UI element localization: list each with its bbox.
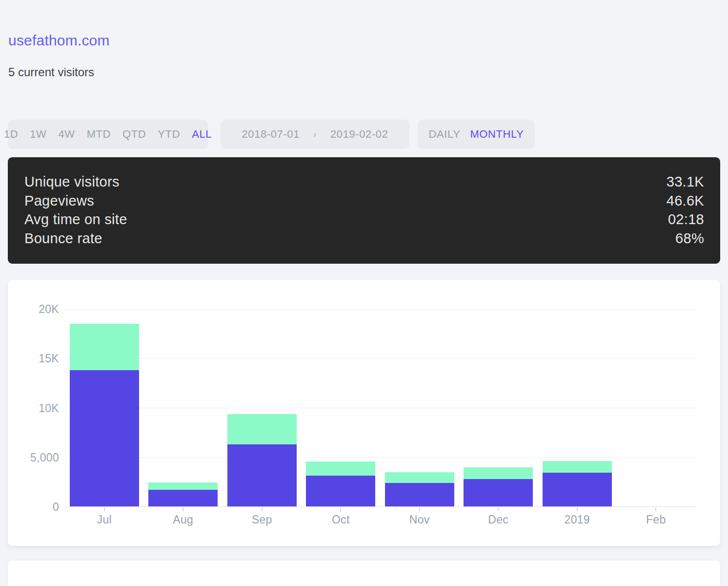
summary-stats-panel: Unique visitors 33.1K Pageviews 46.6K Av… bbox=[8, 157, 720, 264]
x-axis-tick-nov bbox=[419, 507, 420, 511]
visitors-segment-2019 bbox=[543, 473, 612, 506]
granularity-monthly[interactable]: MONTHLY bbox=[470, 128, 524, 141]
stacked-bar-sep[interactable] bbox=[227, 309, 297, 506]
site-title-link[interactable]: usefathom.com bbox=[8, 32, 110, 49]
stat-label: Unique visitors bbox=[24, 172, 120, 191]
range-qtd[interactable]: QTD bbox=[122, 128, 146, 141]
stacked-bar-2019[interactable] bbox=[543, 309, 612, 506]
y-tick-0: 0 bbox=[53, 501, 59, 514]
y-axis-labels: 20K 15K 10K 5,000 0 bbox=[8, 309, 59, 507]
pageviews-segment-aug bbox=[148, 482, 218, 490]
bar-slot-dec bbox=[459, 309, 538, 506]
x-axis-tick-oct bbox=[340, 507, 341, 511]
stacked-bar-oct[interactable] bbox=[306, 309, 375, 506]
x-axis-label-jul: Jul bbox=[65, 513, 144, 526]
date-start[interactable]: 2018-07-01 bbox=[242, 128, 300, 141]
pageviews-segment-sep bbox=[227, 414, 297, 444]
stat-value: 68% bbox=[675, 229, 704, 248]
chevron-right-icon: › bbox=[313, 129, 317, 140]
visitors-segment-jul bbox=[70, 370, 139, 506]
x-axis-tick-feb bbox=[655, 507, 656, 511]
y-tick-20k: 20K bbox=[39, 303, 59, 316]
x-axis-label-nov: Nov bbox=[380, 513, 459, 526]
x-axis-labels: JulAugSepOctNovDec2019Feb bbox=[65, 513, 695, 526]
x-axis-label-sep: Sep bbox=[222, 513, 302, 526]
bar-slot-2019 bbox=[538, 309, 617, 506]
x-axis-label-feb: Feb bbox=[617, 513, 696, 526]
visitors-segment-aug bbox=[148, 490, 218, 506]
controls-row: 1D 1W 4W MTD QTD YTD ALL 2018-07-01 › 20… bbox=[8, 120, 535, 149]
stacked-bar-nov[interactable] bbox=[385, 309, 454, 506]
stat-row-pageviews: Pageviews 46.6K bbox=[24, 191, 704, 210]
stat-row-bounce-rate: Bounce rate 68% bbox=[24, 229, 704, 248]
bar-slot-sep bbox=[222, 309, 302, 506]
x-axis-label-2019: 2019 bbox=[538, 513, 617, 526]
plot-bars bbox=[65, 309, 695, 506]
plot-grid bbox=[65, 309, 695, 507]
tick-slot-oct bbox=[302, 507, 381, 511]
y-tick-5k: 5,000 bbox=[30, 451, 59, 464]
range-4w[interactable]: 4W bbox=[58, 128, 75, 141]
date-end[interactable]: 2019-02-02 bbox=[330, 128, 388, 141]
date-range-picker[interactable]: 2018-07-01 › 2019-02-02 bbox=[221, 120, 409, 149]
range-ytd[interactable]: YTD bbox=[158, 128, 180, 141]
stat-value: 46.6K bbox=[667, 191, 704, 210]
stat-label: Avg time on site bbox=[24, 210, 127, 229]
x-axis-label-aug: Aug bbox=[144, 513, 223, 526]
visitors-segment-oct bbox=[306, 476, 375, 506]
bar-slot-nov bbox=[380, 309, 459, 506]
dashboard-page: usefathom.com 5 current visitors 1D 1W 4… bbox=[0, 0, 728, 586]
bar-slot-jul bbox=[65, 309, 144, 506]
stat-row-unique-visitors: Unique visitors 33.1K bbox=[24, 172, 704, 191]
range-mtd[interactable]: MTD bbox=[87, 128, 111, 141]
granularity-toggle: DAILY MONTHLY bbox=[418, 120, 535, 149]
stacked-bar-jul[interactable] bbox=[70, 309, 139, 506]
pageviews-segment-dec bbox=[464, 467, 533, 479]
range-button-group: 1D 1W 4W MTD QTD YTD ALL bbox=[8, 120, 208, 149]
current-visitors-text: 5 current visitors bbox=[8, 65, 94, 79]
range-1w[interactable]: 1W bbox=[30, 128, 46, 141]
stat-value: 33.1K bbox=[667, 172, 704, 191]
x-axis-label-oct: Oct bbox=[302, 513, 381, 526]
visitors-segment-sep bbox=[227, 444, 297, 506]
x-axis-label-dec: Dec bbox=[459, 513, 538, 526]
range-1d[interactable]: 1D bbox=[4, 128, 18, 141]
y-tick-10k: 10K bbox=[39, 401, 59, 415]
x-axis-tick-sep bbox=[262, 507, 263, 511]
x-axis-ticks bbox=[65, 507, 695, 511]
pageviews-segment-jul bbox=[70, 324, 139, 370]
stat-label: Bounce rate bbox=[24, 229, 102, 248]
visitors-segment-dec bbox=[464, 479, 533, 506]
tick-slot-nov bbox=[380, 507, 459, 511]
x-axis-tick-dec bbox=[498, 507, 499, 511]
stat-label: Pageviews bbox=[24, 191, 94, 210]
visitors-chart-card: 20K 15K 10K 5,000 0 JulAugSepOctNovDec20… bbox=[8, 280, 720, 546]
bar-slot-oct bbox=[302, 309, 381, 506]
tick-slot-2019 bbox=[538, 507, 617, 511]
tick-slot-jul bbox=[65, 507, 144, 511]
stacked-bar-aug[interactable] bbox=[148, 309, 218, 506]
bar-slot-aug bbox=[144, 309, 223, 506]
x-axis-tick-aug bbox=[182, 507, 183, 511]
tick-slot-aug bbox=[144, 507, 223, 511]
pageviews-segment-oct bbox=[306, 461, 375, 476]
x-axis-tick-jul bbox=[104, 507, 105, 511]
stat-value: 02:18 bbox=[668, 210, 704, 229]
pageviews-segment-2019 bbox=[543, 461, 612, 473]
visitors-segment-nov bbox=[385, 483, 454, 506]
granularity-daily[interactable]: DAILY bbox=[428, 128, 460, 141]
y-tick-15k: 15K bbox=[39, 352, 59, 365]
next-section-card bbox=[8, 561, 720, 586]
tick-slot-feb bbox=[617, 507, 696, 511]
tick-slot-sep bbox=[222, 507, 302, 511]
pageviews-segment-nov bbox=[385, 472, 454, 482]
range-all[interactable]: ALL bbox=[192, 128, 212, 141]
bar-slot-feb bbox=[617, 309, 696, 506]
tick-slot-dec bbox=[459, 507, 538, 511]
stat-row-avg-time: Avg time on site 02:18 bbox=[24, 210, 704, 229]
x-axis-tick-2019 bbox=[577, 507, 578, 511]
plot-area: 20K 15K 10K 5,000 0 bbox=[8, 309, 720, 507]
stacked-bar-dec[interactable] bbox=[464, 309, 533, 506]
